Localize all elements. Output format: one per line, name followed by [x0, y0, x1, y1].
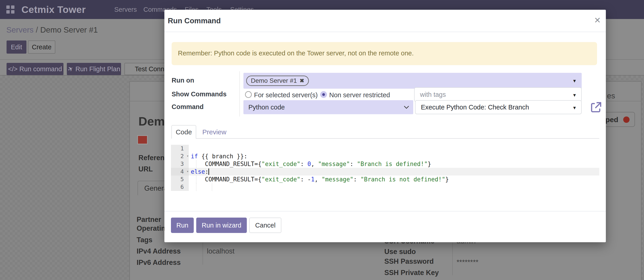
- breadcrumb-separator: /: [36, 25, 38, 34]
- cancel-button[interactable]: Cancel: [249, 218, 281, 233]
- external-link-icon[interactable]: [590, 101, 602, 113]
- radio-non-server-restricted[interactable]: [320, 91, 327, 98]
- command-type-select[interactable]: Python code: [244, 100, 413, 114]
- remove-tag-icon[interactable]: ✖: [300, 78, 304, 84]
- code-editor[interactable]: 12▾34▾56 if {{ branch }}: COMMAND_RESULT…: [171, 145, 599, 192]
- editor-gutter: 12▾34▾56: [171, 145, 189, 191]
- gutter-line-number[interactable]: 1: [171, 145, 189, 153]
- command-value: Execute Python Code: Check Branch: [421, 104, 529, 111]
- tab-preview[interactable]: Preview: [202, 128, 226, 136]
- warning-alert-text: Remember: Python code is executed on the…: [178, 50, 414, 57]
- plane-icon: ✈: [66, 64, 75, 74]
- code-line[interactable]: if {{ branch }}:: [189, 153, 599, 160]
- radio-non-server-restricted-label[interactable]: Non server restricted: [329, 91, 390, 99]
- run-command-label: Run command: [20, 65, 62, 73]
- label-tags: Tags: [136, 236, 152, 244]
- apps-grid-icon[interactable]: [6, 6, 14, 14]
- column-divider: [452, 242, 453, 275]
- breadcrumb: Servers/Demo Server #1: [6, 25, 98, 34]
- chevron-down-icon: ▾: [573, 105, 576, 111]
- close-icon[interactable]: ✕: [594, 16, 601, 25]
- run-flight-plan-label: Run Flight Plan: [76, 65, 120, 73]
- chevron-down-icon: [404, 106, 409, 109]
- warning-alert: Remember: Python code is executed on the…: [172, 42, 597, 65]
- gutter-line-number[interactable]: 2▾: [171, 153, 189, 160]
- label-run-on: Run on: [172, 77, 194, 84]
- create-button[interactable]: Create: [28, 41, 55, 54]
- tab-code[interactable]: Code: [172, 125, 196, 139]
- statusbar-text-fragment: es: [607, 91, 615, 100]
- breadcrumb-link-servers[interactable]: Servers: [6, 25, 34, 34]
- gutter-line-number[interactable]: 4▾: [171, 168, 189, 176]
- chevron-down-icon[interactable]: ▾: [573, 78, 576, 84]
- run-button[interactable]: Run: [171, 218, 194, 233]
- radio-for-selected-servers[interactable]: [245, 91, 252, 98]
- gutter-line-number[interactable]: 3: [171, 160, 189, 168]
- server-tag-label: Demo Server #1: [251, 77, 297, 84]
- gutter-line-number[interactable]: 5: [171, 176, 189, 183]
- fold-caret-icon[interactable]: ▾: [186, 154, 189, 158]
- tabs-divider: [172, 138, 599, 139]
- label-partner: Partner: [136, 216, 161, 224]
- label-url: URL: [138, 165, 153, 173]
- footer-divider: [164, 211, 606, 211]
- edit-button[interactable]: Edit: [6, 41, 26, 54]
- run-command-button[interactable]: </> Run command: [6, 63, 64, 75]
- gutter-line-number[interactable]: 6: [171, 183, 189, 191]
- run-flight-plan-button[interactable]: ✈ Run Flight Plan: [67, 63, 121, 75]
- dialog-title: Run Command: [168, 17, 221, 25]
- nav-item-servers[interactable]: Servers: [114, 0, 137, 19]
- code-line[interactable]: COMMAND_RESULT={"exit_code": 0, "message…: [189, 160, 599, 168]
- value-ipv4: localhost: [207, 247, 234, 255]
- code-line[interactable]: COMMAND_RESULT={"exit_code": -1, "messag…: [189, 176, 599, 183]
- indent-guide: [196, 183, 196, 191]
- code-line[interactable]: [189, 145, 599, 153]
- label-ipv4: IPv4 Address: [136, 247, 181, 255]
- command-type-value: Python code: [248, 104, 285, 111]
- label-ssh-password: SSH Password: [384, 257, 434, 265]
- indent-guide: [212, 183, 212, 191]
- with-tags-placeholder: with tags: [420, 91, 446, 98]
- column-divider: [202, 242, 203, 265]
- status-dot-icon: [623, 116, 630, 123]
- command-select[interactable]: Execute Python Code: Check Branch ▾: [415, 100, 582, 114]
- code-line[interactable]: [189, 183, 599, 191]
- server-tag: Demo Server #1 ✖: [246, 76, 309, 86]
- form-column-divider: [239, 71, 240, 116]
- with-tags-select[interactable]: with tags ▾: [414, 87, 582, 102]
- label-ipv6: IPv6 Address: [136, 258, 181, 267]
- color-swatch[interactable]: [137, 135, 148, 144]
- code-line[interactable]: else:: [189, 168, 599, 176]
- run-on-field[interactable]: Demo Server #1 ✖ ▾: [244, 73, 582, 89]
- fold-caret-icon[interactable]: ▾: [186, 169, 189, 174]
- header-divider: [164, 32, 606, 32]
- editor-code[interactable]: if {{ branch }}: COMMAND_RESULT={"exit_c…: [189, 145, 599, 191]
- label-ssh-private-key: SSH Private Key: [384, 269, 439, 277]
- text-cursor: [208, 169, 209, 175]
- radio-for-selected-servers-label[interactable]: For selected server(s): [254, 91, 318, 99]
- code-icon: </>: [8, 65, 18, 73]
- label-use-sudo: Use sudo: [384, 248, 416, 256]
- breadcrumb-current: Demo Server #1: [40, 25, 98, 34]
- label-command: Command: [172, 103, 204, 111]
- run-in-wizard-button[interactable]: Run in wizard: [196, 218, 247, 233]
- chevron-down-icon: ▾: [573, 92, 576, 98]
- app-brand[interactable]: Cetmix Tower: [22, 0, 86, 19]
- run-command-dialog: Run Command ✕ Remember: Python code is e…: [164, 10, 606, 242]
- value-ssh-password: ********: [456, 258, 478, 266]
- label-show-commands: Show Commands: [172, 90, 226, 98]
